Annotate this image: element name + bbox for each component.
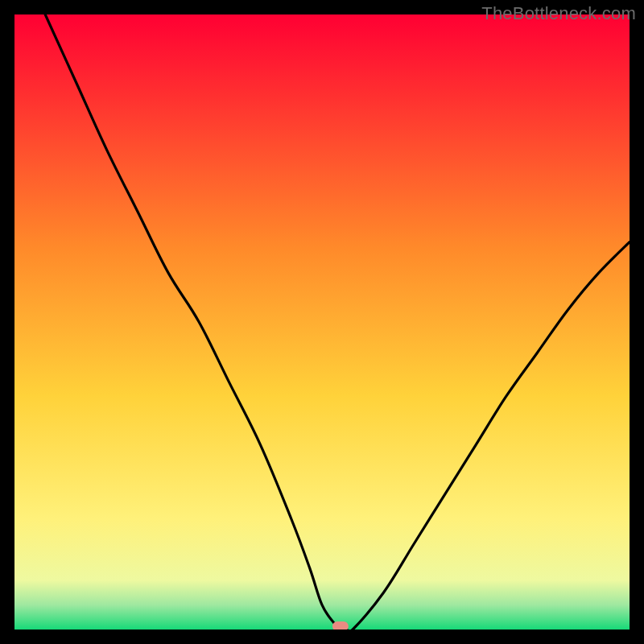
gradient-background: [14, 14, 630, 630]
optimal-point-marker: [332, 621, 349, 630]
chart-frame: TheBottleneck.com: [0, 0, 644, 644]
bottleneck-chart: [14, 14, 630, 630]
watermark-label: TheBottleneck.com: [481, 3, 636, 24]
